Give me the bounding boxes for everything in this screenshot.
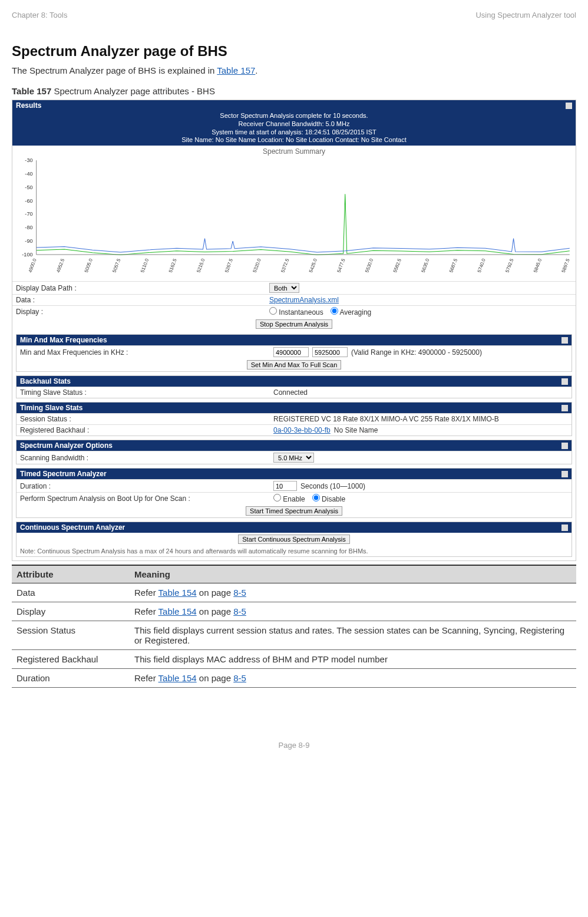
attributes-table: Attribute Meaning DataRefer Table 154 on… [12,565,576,688]
row-label: Min and Max Frequencies in KHz : [20,348,273,357]
results-title: Results [16,101,41,110]
range-hint: (Valid Range in KHz: 4900000 - 5925000) [351,348,482,357]
svg-text:5110.0: 5110.0 [140,258,150,273]
page-title: Spectrum Analyzer page of BHS [12,43,576,60]
page-header: Chapter 8: Tools Using Spectrum Analyzer… [12,11,576,19]
start-timed-button[interactable]: Start Timed Spectrum Analysis [246,506,342,516]
svg-text:5582.5: 5582.5 [392,258,402,273]
svg-text:5740.0: 5740.0 [477,258,487,273]
panel-title: Backhaul Stats [20,377,71,385]
intro-link[interactable]: Table 157 [217,65,255,75]
svg-text:5372.5: 5372.5 [280,258,290,273]
radio-label: Enable [283,495,305,503]
data-xml-link[interactable]: SpectrumAnalysis.xml [269,296,339,304]
svg-text:5792.5: 5792.5 [504,258,514,273]
registered-backhaul-link[interactable]: 0a-00-3e-bb-00-fb [273,426,331,434]
results-panel: Results Sector Spectrum Analysis complet… [12,100,576,561]
duration-input[interactable] [273,481,297,491]
results-summary: Sector Spectrum Analysis complete for 10… [12,111,576,146]
panel-title: Spectrum Analyzer Options [20,441,113,450]
timing-panel: Timing Slave Stats Session Status :REGIS… [16,402,572,436]
svg-text:-40: -40 [25,171,32,177]
collapse-icon[interactable] [566,103,572,109]
svg-text:5320.0: 5320.0 [252,258,262,273]
backhaul-panel: Backhaul Stats Timing Slave Status :Conn… [16,375,572,398]
continuous-panel: Continuous Spectrum Analyzer Start Conti… [16,522,572,557]
attr-cell: Registered Backhaul [12,650,130,669]
enable-radio[interactable]: Enable [273,494,305,503]
stop-analysis-button[interactable]: Stop Spectrum Analysis [256,319,332,329]
svg-text:5635.0: 5635.0 [421,258,431,273]
table-link[interactable]: Table 154 [158,588,197,598]
svg-text:-60: -60 [25,198,32,204]
display-instant-radio[interactable]: Instantaneous [269,307,323,316]
collapse-icon[interactable] [561,525,568,531]
svg-text:5687.5: 5687.5 [448,258,458,273]
row-label: Registered Backhaul : [20,426,273,434]
results-header: Results [12,100,576,111]
page-footer: Page 8-9 [12,741,576,750]
radio-label: Instantaneous [279,308,323,316]
panel-title: Min And Max Frequencies [20,336,107,344]
display-data-path-row: Display Data Path : Both [12,281,576,294]
set-full-scan-button[interactable]: Set Min And Max To Full Scan [247,360,342,370]
intro-paragraph: The Spectrum Analyzer page of BHS is exp… [12,65,576,75]
radio-label: Disable [322,495,345,503]
svg-text:5005.0: 5005.0 [84,258,94,273]
summary-line: Sector Spectrum Analysis complete for 10… [12,112,576,120]
row-label: Session Status : [20,415,273,423]
collapse-icon[interactable] [561,471,568,477]
page-link[interactable]: 8-5 [233,606,246,616]
panel-title: Continuous Spectrum Analyzer [20,523,125,532]
chart-title: Spectrum Summary [12,146,576,157]
collapse-icon[interactable] [561,405,568,411]
intro-post: . [255,65,257,75]
collapse-icon[interactable] [561,337,568,344]
table-caption: Table 157 Spectrum Analyzer page attribu… [12,86,576,96]
session-status-value: REGISTERED VC 18 Rate 8X/1X MIMO-A VC 25… [273,415,568,423]
svg-text:-90: -90 [25,238,32,244]
row-label: Data : [16,296,269,304]
meaning-cell: Refer Table 154 on page 8-5 [130,669,576,688]
row-label: Display Data Path : [16,284,269,292]
page-link[interactable]: 8-5 [233,673,246,683]
svg-text:4900.0: 4900.0 [28,258,38,273]
svg-text:-50: -50 [25,184,32,190]
row-label: Display : [16,308,269,316]
duration-hint: Seconds (10—1000) [300,482,365,490]
disable-radio[interactable]: Disable [312,494,345,503]
svg-text:5897.5: 5897.5 [561,258,571,273]
options-panel: Spectrum Analyzer Options Scanning Bandw… [16,440,572,464]
svg-text:5057.5: 5057.5 [111,258,121,273]
row-label: Timing Slave Status : [20,388,273,397]
attr-cell: Session Status [12,621,130,650]
max-freq-input[interactable] [312,347,348,357]
collapse-icon[interactable] [561,378,568,385]
summary-line: System time at start of analysis: 18:24:… [12,128,576,137]
header-right: Using Spectrum Analyzer tool [475,11,576,19]
meaning-cell: This field displays current session stat… [130,621,576,650]
bandwidth-select[interactable]: 5.0 MHz [273,453,314,463]
attr-cell: Duration [12,669,130,688]
svg-text:5530.0: 5530.0 [364,258,374,273]
table-row: DisplayRefer Table 154 on page 8-5 [12,602,576,621]
attr-cell: Data [12,583,130,602]
start-continuous-button[interactable]: Start Continuous Spectrum Analysis [238,535,349,544]
radio-label: Averaging [339,308,371,316]
meaning-cell: This field displays MAC address of BHM a… [130,650,576,669]
attr-cell: Display [12,602,130,621]
display-averaging-radio[interactable]: Averaging [331,307,372,316]
data-path-select[interactable]: Both [269,283,299,293]
meaning-cell: Refer Table 154 on page 8-5 [130,583,576,602]
svg-text:5162.5: 5162.5 [168,258,178,273]
summary-line: Receiver Channel Bandwidth: 5.0 MHz [12,120,576,128]
attr-header: Attribute [12,565,130,583]
min-freq-input[interactable] [273,347,309,357]
table-link[interactable]: Table 154 [158,673,197,683]
panel-title: Timed Spectrum Analyzer [20,470,107,478]
table-link[interactable]: Table 154 [158,606,197,616]
collapse-icon[interactable] [561,443,568,449]
svg-text:5425.0: 5425.0 [308,258,318,273]
page-link[interactable]: 8-5 [233,588,246,598]
header-left: Chapter 8: Tools [12,11,67,19]
